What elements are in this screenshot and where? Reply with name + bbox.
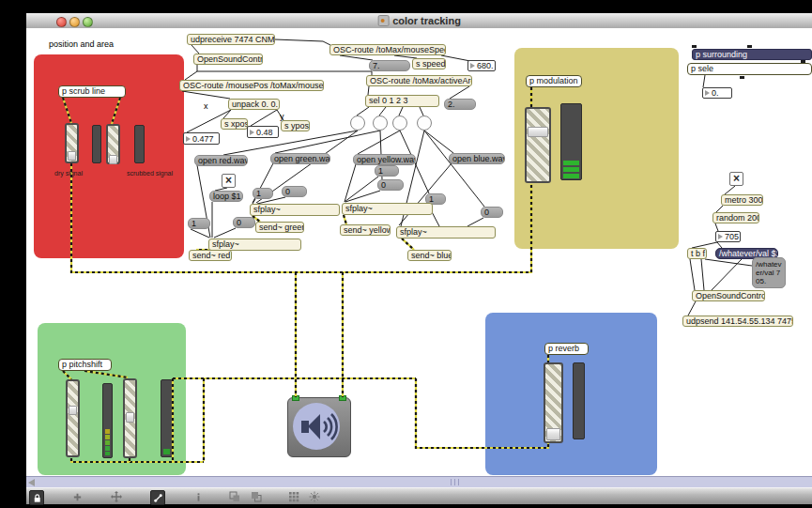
scrollbar-grip[interactable] <box>458 479 459 485</box>
toggle-loop[interactable]: × <box>222 174 236 188</box>
horizontal-scrollbar[interactable] <box>26 476 812 487</box>
bang-0[interactable] <box>350 115 365 131</box>
comment-x: x <box>204 101 208 111</box>
msg-1-yellow[interactable]: 1 <box>375 165 399 177</box>
minimize-button[interactable] <box>69 17 80 27</box>
signal-inlet-left <box>292 395 299 401</box>
oscroute-activearea[interactable]: OSC-route /toMax/activeArea <box>366 75 472 86</box>
desktop: color tracking position and area x y dry… <box>0 0 812 508</box>
num-0[interactable]: 0. <box>702 87 732 99</box>
msg-2[interactable]: 2. <box>444 99 476 110</box>
lock-icon[interactable] <box>29 490 44 505</box>
sel-0123[interactable]: sel 0 1 2 3 <box>365 95 439 107</box>
scroll-left-arrow-icon[interactable] <box>28 479 35 486</box>
msg-open-red[interactable]: open red.wav <box>194 155 248 166</box>
sfplay-blue[interactable]: sfplay~ <box>396 226 496 239</box>
msg-open-blue[interactable]: open blue.wav <box>449 153 505 164</box>
unpack[interactable]: unpack 0. 0. <box>228 99 280 110</box>
selection-handle[interactable] <box>740 76 744 79</box>
number-value: 680. <box>477 61 494 70</box>
p-modulation[interactable]: p modulation <box>526 75 582 87</box>
bring-to-front-icon[interactable] <box>228 490 241 503</box>
close-button[interactable] <box>56 17 67 27</box>
number-triangle-icon <box>470 63 475 69</box>
msg-1-loop[interactable]: 1 <box>253 188 273 199</box>
t-b-f[interactable]: t b f <box>687 248 707 259</box>
send-blue[interactable]: send~ blue <box>407 250 452 261</box>
meter-pitch-2 <box>161 379 173 457</box>
msg-0-yellow[interactable]: 0 <box>377 179 404 191</box>
comment-scrubbed-signal: scrubbed signal <box>127 170 173 177</box>
msg-0-blue[interactable]: 0 <box>481 207 503 218</box>
msg-loop[interactable]: loop $1 <box>209 191 243 202</box>
meter-pitch-1 <box>102 383 113 458</box>
selection-handle[interactable] <box>747 45 752 48</box>
metro-300[interactable]: metro 300 <box>721 194 763 206</box>
toggle-metro[interactable]: × <box>729 172 743 186</box>
info-icon[interactable] <box>192 490 205 503</box>
msg-1-red[interactable]: 1 <box>188 218 210 229</box>
number-triangle-icon <box>250 130 254 135</box>
move-icon[interactable] <box>110 490 123 503</box>
p-pitchshift[interactable]: p pitchshift <box>58 359 112 371</box>
msg-0-loop[interactable]: 0 <box>282 186 307 197</box>
msg-whatever-value[interactable]: /whatever/val 705. <box>752 257 786 288</box>
p-surrounding[interactable]: p surrounding <box>692 49 812 60</box>
selection-handle[interactable] <box>692 45 697 48</box>
opensoundcontrol-right[interactable]: OpenSoundControl <box>692 290 765 301</box>
oscroute-mousepos[interactable]: OSC-route /mousePos /toMax/mousePos <box>179 80 324 91</box>
meter-scrubbed <box>134 125 145 163</box>
msg-0-red[interactable]: 0 <box>233 217 255 228</box>
random-2000[interactable]: random 2000 <box>712 212 759 223</box>
send-yellow[interactable]: send~ yellow <box>340 224 391 236</box>
msg-7[interactable]: 7. <box>369 60 410 71</box>
zoom-button[interactable] <box>83 17 93 27</box>
grid-icon[interactable] <box>287 490 300 503</box>
num-0477[interactable]: 0.477 <box>183 132 220 145</box>
window-titlebar[interactable]: color tracking <box>26 13 812 29</box>
s-xpos[interactable]: s xpos <box>221 118 248 130</box>
gain-slider-pitch-1[interactable] <box>66 379 80 457</box>
gain-slider-dry[interactable] <box>65 123 79 163</box>
udpsend[interactable]: udpsend 141.54.55.134 7475 <box>682 316 793 327</box>
opensoundcontrol-top[interactable]: OpenSoundControl <box>193 54 263 65</box>
s-speed[interactable]: s speed <box>412 58 446 69</box>
num-705[interactable]: 705 <box>715 231 741 242</box>
patchcord-icon[interactable] <box>150 490 165 505</box>
number-value: 705 <box>725 232 739 241</box>
p-scrub-line[interactable]: p scrub line <box>58 85 126 98</box>
number-value: 0. <box>712 88 719 98</box>
s-ypos[interactable]: s ypos <box>281 120 310 131</box>
sfplay-yellow[interactable]: sfplay~ <box>342 203 433 215</box>
patcher-document-icon <box>377 15 389 26</box>
selection-handle[interactable] <box>801 60 805 63</box>
add-object-icon[interactable] <box>70 490 84 503</box>
overview-icon[interactable] <box>308 490 321 503</box>
msg-open-green[interactable]: open green.wav <box>270 153 330 164</box>
sfplay-green[interactable]: sfplay~ <box>250 204 340 216</box>
send-green[interactable]: send~ green <box>255 222 304 233</box>
scrollbar-grip[interactable] <box>454 479 455 485</box>
scrollbar-grip[interactable] <box>451 479 452 485</box>
p-reverb[interactable]: p reverb <box>544 343 589 355</box>
send-to-back-icon[interactable] <box>250 490 263 503</box>
oscroute-mousespeed[interactable]: OSC-route /toMax/mouseSpeed <box>329 44 446 55</box>
gain-slider-pitch-2[interactable] <box>123 378 137 458</box>
udpreceive[interactable]: udpreceive 7474 CNMAT <box>187 34 275 45</box>
bang-1[interactable] <box>373 115 388 131</box>
num-048[interactable]: 0.48 <box>247 126 279 138</box>
p-sele[interactable]: p sele <box>687 63 812 75</box>
num-680[interactable]: 680. <box>467 60 496 71</box>
number-value: 0.477 <box>192 134 214 144</box>
send-red[interactable]: send~ red <box>189 250 232 261</box>
signal-inlet-right <box>339 395 346 401</box>
comment-position-area: position and area <box>49 39 114 49</box>
title-group: color tracking <box>377 14 461 27</box>
gain-slider-reverb[interactable] <box>544 362 563 443</box>
gain-slider-scrub[interactable] <box>106 124 120 164</box>
gain-slider-modulation[interactable] <box>525 107 551 183</box>
bang-2[interactable] <box>392 115 407 131</box>
msg-open-yellow[interactable]: open yellow.wav <box>353 154 416 165</box>
ezdac-speaker-button[interactable] <box>287 397 351 457</box>
bang-3[interactable] <box>417 115 432 131</box>
